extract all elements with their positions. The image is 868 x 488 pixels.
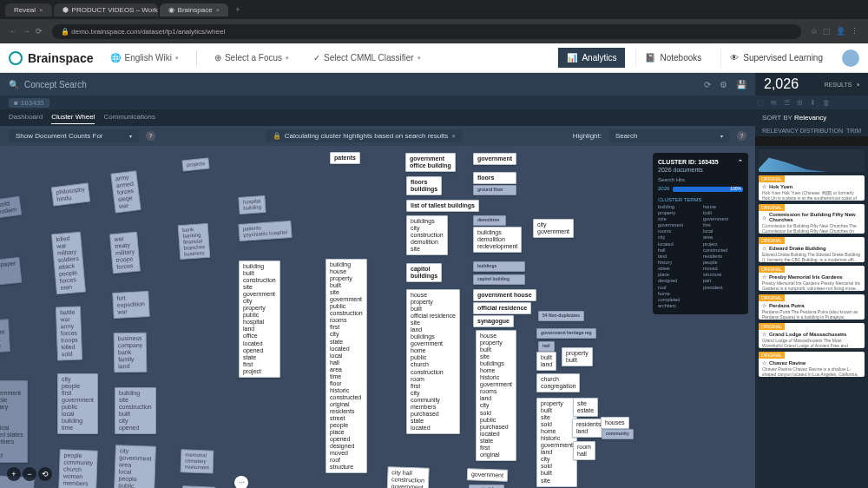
cluster-card[interactable]: businesscompanybankfamilyland: [114, 333, 148, 373]
cluster-card[interactable]: godancientgreekname: [0, 319, 10, 353]
zoom-out-button[interactable]: −: [23, 467, 36, 481]
cluster-card[interactable]: floors: [473, 172, 516, 184]
help-icon[interactable]: ?: [146, 131, 155, 141]
cluster-card[interactable]: government: [473, 153, 516, 165]
cluster-card[interactable]: hall: [538, 341, 555, 352]
cluster-card[interactable]: city hallconstructiongovernmentbuilt: [386, 466, 429, 488]
tab-cluster-wheel[interactable]: Cluster Wheel: [51, 110, 95, 124]
cluster-card[interactable]: buildingscityconstructiondemolitionsite: [406, 215, 448, 255]
result-card[interactable]: ORIGINAL Edward Drake Building Edward Dr…: [759, 237, 865, 262]
cluster-card[interactable]: citypeoplefirstgovernmentpubliclocalbuil…: [57, 373, 98, 434]
nav-supervised[interactable]: 👁Supervised Learning: [720, 48, 832, 68]
cluster-card[interactable]: philosophyhindu: [51, 182, 91, 206]
cluster-card[interactable]: new building: [469, 485, 504, 488]
tab-communications[interactable]: Communications: [103, 110, 155, 124]
reload-icon[interactable]: ⟳: [36, 27, 43, 36]
cluster-card[interactable]: bankbankingfinancialbranchesbusiness: [178, 223, 210, 260]
cluster-card[interactable]: hospitalbuilding: [238, 195, 266, 214]
cluster-card[interactable]: official residence: [473, 302, 531, 314]
result-card[interactable]: ORIGINAL Chavez Ravine Chavez Ravine Cha…: [759, 352, 865, 377]
cluster-card[interactable]: patientspsychiatric hospital: [238, 221, 292, 241]
cluster-card[interactable]: housepropertybuiltofficial residencesite…: [406, 289, 460, 434]
cluster-card[interactable]: siteestate: [573, 398, 598, 417]
close-icon[interactable]: ×: [39, 6, 43, 14]
cluster-card[interactable]: buildingbuiltconstructionsitegovernmentc…: [239, 260, 280, 378]
cluster-card[interactable]: 54 Non-duplicates: [538, 311, 584, 321]
forward-icon[interactable]: →: [23, 27, 30, 36]
cluster-card[interactable]: government house: [473, 289, 536, 301]
tab-dashboard[interactable]: Dashboard: [9, 110, 43, 124]
cluster-card[interactable]: government: [467, 468, 508, 482]
cluster-card[interactable]: capitolbuildings: [406, 263, 442, 282]
address-bar[interactable]: 🔒 demo.brainspace.com/dataset/tp1/analyt…: [52, 24, 801, 39]
cluster-card[interactable]: governmentoffice building: [405, 153, 456, 172]
cluster-card[interactable]: wargovernmentpeoplemilitaryfirsttimepoli…: [0, 380, 28, 463]
sort-by[interactable]: SORT BY Relevancy: [755, 114, 868, 122]
cluster-card[interactable]: projects: [181, 157, 209, 171]
zoom-reset-button[interactable]: ⟲: [38, 467, 52, 481]
cluster-wheel-viz[interactable]: worldmodern newspaperstoryill godancient…: [0, 146, 755, 488]
nav-analytics[interactable]: 📊Analytics: [557, 48, 625, 68]
cluster-card[interactable]: propertybuilt: [562, 347, 593, 366]
chevron-right-icon[interactable]: ›: [857, 81, 859, 89]
cluster-card[interactable]: patents: [330, 152, 360, 164]
cluster-card[interactable]: ground floor: [473, 185, 516, 195]
zoom-in-button[interactable]: +: [7, 467, 21, 481]
cluster-card[interactable]: floorsbuildings: [406, 176, 442, 195]
cluster-card[interactable]: worldmodern: [0, 196, 22, 220]
cluster-card[interactable]: buildingsiteconstructionbuiltcityopened: [115, 387, 156, 434]
cluster-card[interactable]: housepropertybuiltsitebuildingshomehisto…: [476, 330, 516, 461]
result-card[interactable]: ORIGINAL Hok Yuen Hok Yuen Hok Yuen (Chi…: [759, 175, 865, 201]
highlight-dropdown[interactable]: Search▾: [608, 129, 730, 142]
cluster-card[interactable]: armyarmedforcessiegewar: [110, 170, 141, 214]
cluster-card[interactable]: capitol building: [473, 274, 525, 285]
cluster-card[interactable]: churchcongregation: [536, 373, 580, 392]
browser-tab[interactable]: ⬢PRODUCT VIDEOS – WorkDocs×: [54, 3, 158, 16]
cluster-card[interactable]: buildings: [473, 261, 525, 272]
cluster-card[interactable]: battlewararmyforcestroopskilledsold: [56, 307, 83, 361]
result-card[interactable]: ORIGINAL Grand Lodge of Massachusetts Gr…: [759, 323, 865, 348]
relevancy-distribution-chart[interactable]: [759, 149, 865, 172]
cluster-card[interactable]: citygovernmentarealocalpeoplepublic: [114, 445, 156, 488]
close-icon[interactable]: ×: [216, 6, 220, 14]
concept-search-bar[interactable]: 🔍 Concept Search ⟳ ⚙ 💾: [0, 73, 755, 96]
cluster-card[interactable]: propertybuiltsitesoldhomehistoricgovernm…: [536, 398, 577, 487]
save-icon[interactable]: 💾: [736, 80, 746, 89]
cluster-card[interactable]: houses: [601, 417, 629, 429]
cluster-card[interactable]: buildingsdemolitionredevelopment: [473, 227, 522, 253]
cluster-card[interactable]: synagogue: [473, 315, 514, 327]
cluster-card[interactable]: killedwarmilitarysoldiersattackpeoplefor…: [51, 232, 86, 295]
wiki-dropdown[interactable]: 🌐English Wiki▾: [103, 49, 185, 66]
cluster-card[interactable]: builtland: [536, 352, 556, 371]
cluster-card[interactable]: fortexpeditionwar: [112, 291, 149, 319]
result-card[interactable]: ORIGINAL Commission for Building Fifty N…: [759, 204, 865, 234]
help-icon[interactable]: ?: [737, 131, 746, 141]
cluster-card[interactable]: citygovernment: [533, 219, 574, 238]
show-counts-dropdown[interactable]: Show Document Counts For▾: [9, 129, 139, 142]
browser-tab[interactable]: ◉Brainspace×: [160, 3, 229, 16]
browser-tab[interactable]: Reveal×: [5, 3, 52, 16]
filter-chip[interactable]: ■ 163435: [9, 98, 49, 108]
more-button[interactable]: ⋯: [234, 476, 248, 488]
cluster-card[interactable]: wartreatymilitarytroopsforces: [109, 232, 141, 274]
cluster-card[interactable]: government heritage reg: [536, 328, 596, 339]
new-tab-button[interactable]: +: [235, 5, 240, 14]
classifier-dropdown[interactable]: ✓Select CMML Classifier▾: [306, 49, 428, 66]
cluster-card[interactable]: memorialcemeterymonument: [181, 449, 214, 473]
cluster-card[interactable]: community: [602, 429, 634, 439]
result-card[interactable]: ORIGINAL Perdana Putra Perdana Putra The…: [759, 294, 865, 320]
cluster-card[interactable]: demolition: [473, 215, 506, 226]
settings-icon[interactable]: ⚙: [720, 80, 727, 89]
user-avatar[interactable]: [842, 49, 859, 67]
brand[interactable]: Brainspace: [9, 51, 93, 65]
focus-dropdown[interactable]: ⊕Select a Focus▾: [207, 49, 296, 66]
nav-notebooks[interactable]: 📓Notebooks: [635, 48, 710, 68]
back-icon[interactable]: ←: [10, 27, 17, 36]
cluster-card[interactable]: roomhall: [573, 441, 595, 460]
refresh-icon[interactable]: ⟳: [704, 80, 711, 89]
cluster-card[interactable]: list of tallest buildings: [406, 200, 479, 212]
collapse-icon[interactable]: ⌃: [738, 158, 743, 166]
cluster-card[interactable]: newspaperstoryill: [0, 257, 23, 287]
result-card[interactable]: ORIGINAL Presby Memorial Iris Gardens Pr…: [759, 266, 865, 291]
cluster-card[interactable]: buildinghousepropertybuiltsitegovernment…: [326, 259, 367, 473]
